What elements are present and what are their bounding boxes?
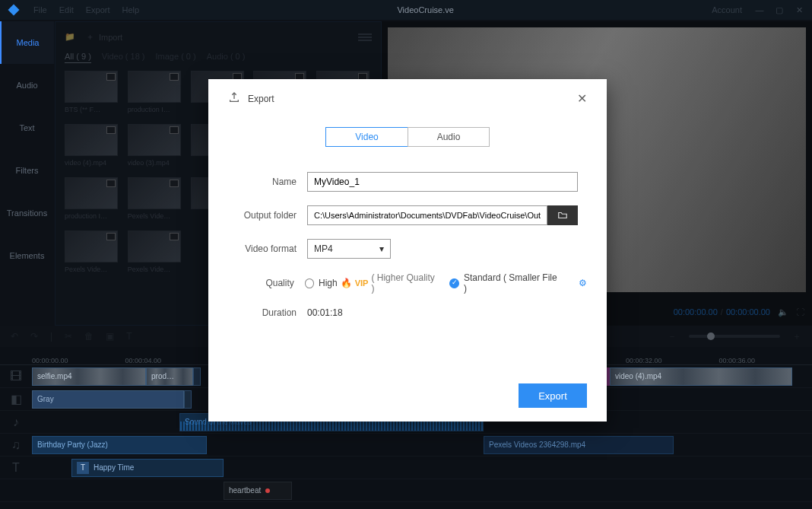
fullscreen-icon[interactable]: ⛶ bbox=[796, 307, 804, 317]
name-label: Name bbox=[228, 177, 307, 187]
video-format-select[interactable]: MP4 ▾ bbox=[307, 239, 391, 259]
radio-checked-icon bbox=[449, 278, 459, 288]
media-thumb[interactable]: production I… bbox=[128, 71, 181, 113]
export-dialog: Export ✕ Video Audio Name Output folder … bbox=[208, 79, 607, 422]
maximize-icon[interactable]: ▢ bbox=[771, 5, 788, 15]
output-folder-input[interactable] bbox=[307, 205, 547, 225]
clip-video-2[interactable]: prod… bbox=[146, 367, 193, 386]
menu-file[interactable]: File bbox=[27, 5, 53, 14]
sidebar-tab-media[interactable]: Media bbox=[0, 21, 54, 64]
export-tab-video[interactable]: Video bbox=[325, 127, 408, 147]
track-extra[interactable]: heartbeat bbox=[0, 479, 812, 502]
clip-video-3[interactable]: video (4).mp4 bbox=[610, 367, 792, 386]
duration-label: Duration bbox=[228, 307, 307, 318]
clip-filter-gray[interactable]: Gray bbox=[32, 390, 184, 409]
timecode-display: 00:00:00.00/00:00:00.00 bbox=[674, 307, 770, 317]
name-input[interactable] bbox=[307, 172, 578, 192]
menu-help[interactable]: Help bbox=[116, 5, 146, 14]
minimize-icon[interactable]: — bbox=[751, 5, 768, 15]
media-thumb[interactable]: BTS (** F… bbox=[65, 71, 118, 113]
category-sidebar: Media Audio Text Filters Transitions Ele… bbox=[0, 21, 55, 326]
account-link[interactable]: Account bbox=[706, 5, 748, 14]
text-badge-icon: T bbox=[77, 462, 89, 474]
media-tab-image[interactable]: Image ( 0 ) bbox=[156, 52, 196, 63]
sidebar-tab-elements[interactable]: Elements bbox=[0, 234, 54, 277]
close-dialog-icon[interactable]: ✕ bbox=[577, 91, 587, 106]
clip-music-pexels[interactable]: Pexels Videos 2364298.mp4 bbox=[484, 436, 674, 454]
zoom-out-icon[interactable]: － bbox=[668, 330, 677, 343]
sidebar-tab-filters[interactable]: Filters bbox=[0, 149, 54, 192]
export-button[interactable]: Export bbox=[519, 383, 587, 408]
track-video-head-icon[interactable]: 🎞 bbox=[0, 370, 32, 383]
text-icon[interactable]: T bbox=[126, 331, 132, 342]
track-audio-head-icon[interactable]: ♪ bbox=[0, 415, 32, 429]
flame-icon: 🔥 bbox=[341, 278, 352, 288]
clip-text-happy[interactable]: T Happy Time bbox=[71, 459, 224, 477]
list-view-icon[interactable] bbox=[358, 32, 372, 43]
quality-label: Quality bbox=[228, 278, 305, 288]
chevron-down-icon: ▾ bbox=[379, 243, 384, 254]
clip-video-1[interactable]: selfie.mp4 bbox=[32, 367, 146, 386]
media-thumb[interactable]: Pexels Vide… bbox=[65, 231, 118, 273]
export-icon bbox=[228, 91, 240, 106]
track-text-head-icon[interactable]: T bbox=[0, 461, 32, 475]
undo-icon[interactable]: ↶ bbox=[11, 331, 18, 342]
delete-icon[interactable]: 🗑 bbox=[84, 331, 94, 342]
output-folder-label: Output folder bbox=[228, 210, 307, 221]
media-thumb[interactable]: Pexels Vide… bbox=[128, 177, 181, 220]
quality-standard-option[interactable]: Standard ( Smaller File ) bbox=[449, 272, 559, 294]
import-folder-icon[interactable]: 📁 bbox=[65, 32, 75, 42]
sidebar-tab-audio[interactable]: Audio bbox=[0, 64, 54, 107]
sidebar-tab-transitions[interactable]: Transitions bbox=[0, 192, 54, 234]
quality-high-option[interactable]: High 🔥VIP ( Higher Quality ) bbox=[305, 272, 436, 294]
track-music-head-icon[interactable]: ♫ bbox=[0, 438, 32, 452]
split-icon[interactable]: ✂ bbox=[65, 331, 72, 342]
crop-icon[interactable]: ▣ bbox=[106, 331, 114, 342]
radio-unchecked-icon bbox=[305, 278, 314, 288]
video-format-label: Video format bbox=[228, 243, 307, 254]
redo-icon[interactable]: ↷ bbox=[30, 331, 38, 342]
media-thumb[interactable]: Pexels Vide… bbox=[128, 231, 181, 273]
track-text[interactable]: T T Happy Time bbox=[0, 457, 812, 479]
menu-bar: File Edit Export Help VideoCruise.ve Acc… bbox=[0, 0, 812, 20]
track-filter-head-icon[interactable]: ◧ bbox=[0, 392, 32, 406]
export-tab-audio[interactable]: Audio bbox=[408, 127, 490, 147]
trim-handle-icon[interactable] bbox=[184, 390, 192, 409]
duration-value: 00:01:18 bbox=[307, 307, 343, 318]
quality-settings-icon[interactable]: ⚙ bbox=[579, 278, 587, 288]
clip-heartbeat[interactable]: heartbeat bbox=[224, 482, 292, 500]
export-dialog-title: Export bbox=[248, 94, 274, 104]
menu-edit[interactable]: Edit bbox=[53, 5, 80, 14]
app-logo-icon bbox=[5, 1, 23, 19]
media-tab-video[interactable]: Video ( 18 ) bbox=[102, 52, 145, 63]
import-button[interactable]: ＋Import bbox=[86, 28, 122, 46]
media-filter-tabs: All ( 9 ) Video ( 18 ) Image ( 0 ) Audio… bbox=[65, 52, 372, 63]
close-window-icon[interactable]: ✕ bbox=[791, 5, 807, 15]
zoom-slider[interactable] bbox=[689, 335, 780, 338]
window-title: VideoCruise.ve bbox=[145, 5, 706, 14]
volume-icon[interactable]: 🔈 bbox=[778, 307, 788, 317]
media-thumb[interactable]: video (3).mp4 bbox=[128, 124, 181, 167]
clip-music-jazz[interactable]: Birthday Party (Jazz) bbox=[32, 436, 207, 454]
track-music[interactable]: ♫ Birthday Party (Jazz) Pexels Videos 23… bbox=[0, 434, 812, 457]
trim-handle-icon[interactable] bbox=[193, 367, 201, 386]
media-thumb[interactable]: video (4).mp4 bbox=[65, 124, 118, 167]
record-dot-icon bbox=[265, 488, 270, 493]
export-type-tabs: Video Audio bbox=[325, 127, 490, 147]
sidebar-tab-text[interactable]: Text bbox=[0, 107, 54, 149]
menu-export[interactable]: Export bbox=[80, 5, 116, 14]
media-tab-all[interactable]: All ( 9 ) bbox=[65, 52, 91, 63]
zoom-in-icon[interactable]: ＋ bbox=[792, 330, 801, 343]
browse-folder-button[interactable] bbox=[547, 205, 578, 225]
media-thumb[interactable]: production I… bbox=[65, 177, 118, 220]
svg-marker-0 bbox=[8, 5, 20, 16]
media-tab-audio[interactable]: Audio ( 0 ) bbox=[207, 52, 246, 63]
